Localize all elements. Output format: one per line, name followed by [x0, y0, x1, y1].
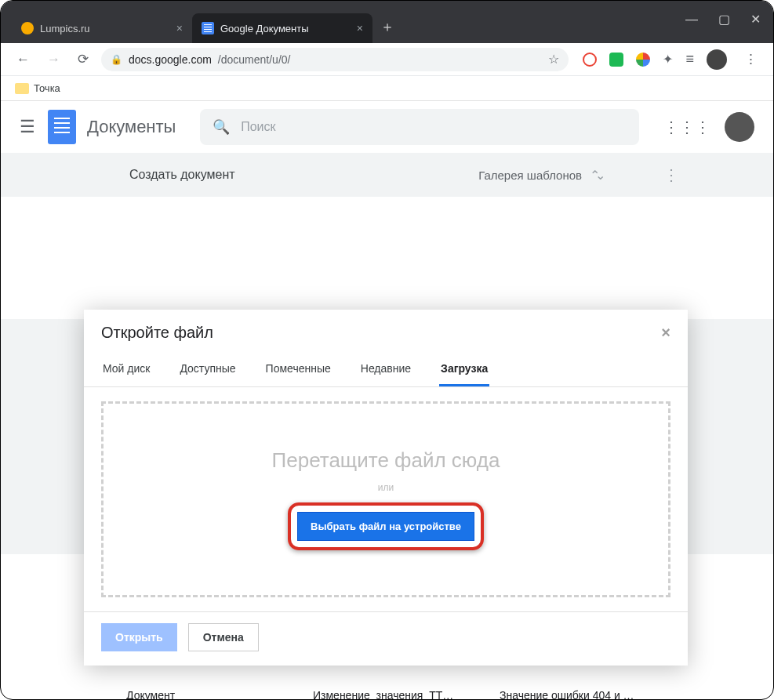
- template-gallery-button[interactable]: Галерея шаблонов ⌃⌄: [478, 168, 601, 183]
- browser-tab-docs[interactable]: Google Документы ×: [192, 13, 372, 43]
- favicon-lumpics: [21, 22, 34, 34]
- search-input[interactable]: 🔍 Поиск: [200, 109, 639, 145]
- url-path: /document/u/0/: [218, 53, 291, 66]
- dropzone[interactable]: Перетащите файл сюда или Выбрать файл на…: [101, 401, 670, 597]
- tab-title: Google Документы: [220, 23, 309, 34]
- browser-tabstrip: Lumpics.ru × Google Документы × ＋ — ▢ ✕: [1, 1, 773, 43]
- docs-logo-icon[interactable]: [48, 110, 76, 144]
- document-card[interactable]: Значение ошибки 404 и … 👥 3 авг. 2020 г.…: [500, 689, 667, 700]
- select-file-button[interactable]: Выбрать файл на устройстве: [297, 512, 474, 541]
- extensions-icon[interactable]: ✦: [663, 52, 673, 67]
- extension-music-icon[interactable]: [609, 53, 623, 67]
- document-name: Изменение_значения_TT…: [313, 689, 481, 700]
- search-icon: 🔍: [213, 118, 230, 136]
- favicon-docs: [202, 22, 214, 34]
- open-file-dialog: Откройте файл × Мой диск Доступные Помеч…: [84, 310, 688, 666]
- dialog-title: Откройте файл: [101, 324, 213, 342]
- bookmarks-bar: Точка: [1, 76, 773, 101]
- reading-list-icon[interactable]: ≡: [685, 51, 694, 67]
- create-document-label: Создать документ: [129, 168, 235, 182]
- tab-shared[interactable]: Доступные: [178, 354, 237, 386]
- back-icon[interactable]: ←: [12, 49, 35, 71]
- close-tab-icon[interactable]: ×: [357, 22, 363, 34]
- close-tab-icon[interactable]: ×: [176, 22, 183, 34]
- extension-globe-icon[interactable]: [636, 53, 650, 67]
- close-window-icon[interactable]: ✕: [750, 13, 761, 26]
- new-tab-button[interactable]: ＋: [372, 17, 402, 36]
- reload-icon[interactable]: ⟳: [73, 48, 93, 71]
- bookmark-label: Точка: [34, 82, 60, 94]
- forward-icon: →: [42, 49, 65, 71]
- gallery-label: Галерея шаблонов: [478, 169, 582, 182]
- document-name: Документ: [126, 689, 294, 700]
- tab-title: Lumpics.ru: [40, 23, 90, 34]
- tab-upload[interactable]: Загрузка: [439, 354, 489, 386]
- search-placeholder: Поиск: [241, 120, 275, 134]
- apps-grid-icon[interactable]: ⋮⋮⋮: [663, 118, 710, 136]
- folder-icon: [15, 83, 29, 94]
- bookmark-star-icon[interactable]: ☆: [548, 52, 559, 67]
- account-avatar[interactable]: [725, 112, 754, 142]
- more-options-icon[interactable]: ⋮: [663, 165, 679, 184]
- cancel-button[interactable]: Отмена: [188, 623, 259, 651]
- url-host: docs.google.com: [129, 53, 212, 66]
- tab-my-drive[interactable]: Мой диск: [101, 354, 151, 386]
- kebab-menu-icon[interactable]: ⋮: [739, 48, 762, 71]
- dialog-close-icon[interactable]: ×: [661, 324, 670, 342]
- address-bar[interactable]: 🔒 docs.google.com/document/u/0/ ☆: [101, 48, 569, 71]
- bookmark-folder[interactable]: Точка: [15, 82, 60, 94]
- extension-opera-icon[interactable]: [583, 53, 597, 67]
- expand-icon: ⌃⌄: [590, 168, 601, 183]
- maximize-icon[interactable]: ▢: [718, 13, 730, 26]
- dropzone-text: Перетащите файл сюда: [272, 448, 500, 473]
- browser-tab-lumpics[interactable]: Lumpics.ru ×: [12, 13, 192, 43]
- profile-avatar[interactable]: [707, 49, 727, 70]
- templates-bar: Создать документ Галерея шаблонов ⌃⌄ ⋮: [1, 153, 773, 197]
- app-header: ☰ Документы 🔍 Поиск ⋮⋮⋮: [1, 101, 773, 153]
- menu-icon[interactable]: ☰: [20, 117, 35, 137]
- document-name: Значение ошибки 404 и …: [500, 689, 667, 700]
- minimize-icon[interactable]: —: [685, 13, 698, 26]
- tab-starred[interactable]: Помеченные: [264, 354, 332, 386]
- app-title: Документы: [87, 117, 176, 137]
- open-button[interactable]: Открыть: [101, 623, 177, 651]
- highlight-annotation: Выбрать файл на устройстве: [288, 502, 484, 550]
- tab-recent[interactable]: Недавние: [359, 354, 412, 386]
- dropzone-or: или: [378, 482, 394, 493]
- document-card[interactable]: Документ Изменен 18:27 ⋮: [126, 689, 294, 700]
- lock-icon: 🔒: [111, 54, 122, 65]
- address-row: ← → ⟳ 🔒 docs.google.com/document/u/0/ ☆ …: [1, 43, 773, 76]
- document-card[interactable]: Изменение_значения_TT… Изменен 4 авг. 20…: [313, 689, 481, 700]
